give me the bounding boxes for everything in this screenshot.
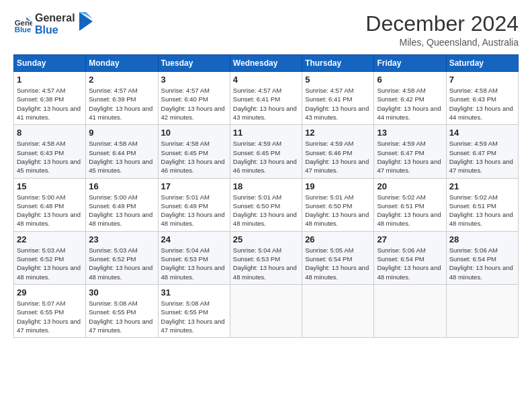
week-row-1: 1 Sunrise: 4:57 AM Sunset: 6:38 PM Dayli… — [14, 72, 519, 125]
calendar-cell: 15 Sunrise: 5:00 AM Sunset: 6:48 PM Dayl… — [14, 178, 86, 231]
day-number: 29 — [17, 287, 83, 298]
day-info: Sunrise: 5:03 AM Sunset: 6:52 PM Dayligh… — [89, 246, 154, 281]
day-number: 8 — [17, 128, 83, 138]
day-number: 7 — [449, 75, 515, 85]
day-number: 31 — [161, 287, 227, 298]
calendar-cell: 19 Sunrise: 5:01 AM Sunset: 6:50 PM Dayl… — [302, 178, 374, 231]
day-info: Sunrise: 4:59 AM Sunset: 6:46 PM Dayligh… — [305, 139, 371, 175]
calendar-cell: 1 Sunrise: 4:57 AM Sunset: 6:38 PM Dayli… — [14, 72, 86, 125]
svg-marker-4 — [79, 12, 93, 31]
day-info: Sunrise: 4:58 AM Sunset: 6:44 PM Dayligh… — [89, 139, 154, 175]
day-number: 17 — [161, 181, 227, 191]
day-number: 16 — [89, 181, 154, 191]
day-info: Sunrise: 5:00 AM Sunset: 6:49 PM Dayligh… — [89, 193, 154, 228]
calendar-cell: 16 Sunrise: 5:00 AM Sunset: 6:49 PM Dayl… — [86, 178, 158, 231]
day-number: 26 — [305, 234, 371, 244]
col-tuesday: Tuesday — [158, 55, 230, 72]
calendar-cell: 17 Sunrise: 5:01 AM Sunset: 6:49 PM Dayl… — [158, 178, 230, 231]
day-info: Sunrise: 5:08 AM Sunset: 6:55 PM Dayligh… — [89, 299, 154, 334]
day-info: Sunrise: 4:58 AM Sunset: 6:43 PM Dayligh… — [17, 139, 83, 175]
day-number: 20 — [377, 181, 443, 191]
calendar-cell: 21 Sunrise: 5:02 AM Sunset: 6:51 PM Dayl… — [446, 178, 518, 231]
day-number: 12 — [305, 128, 371, 138]
day-number: 28 — [449, 234, 515, 244]
week-row-2: 8 Sunrise: 4:58 AM Sunset: 6:43 PM Dayli… — [14, 125, 519, 178]
calendar-cell: 2 Sunrise: 4:57 AM Sunset: 6:39 PM Dayli… — [86, 72, 158, 125]
day-info: Sunrise: 5:07 AM Sunset: 6:55 PM Dayligh… — [17, 299, 83, 334]
day-info: Sunrise: 5:05 AM Sunset: 6:54 PM Dayligh… — [305, 246, 371, 281]
calendar-cell — [230, 284, 302, 337]
day-info: Sunrise: 4:59 AM Sunset: 6:47 PM Dayligh… — [377, 139, 443, 175]
day-number: 27 — [377, 234, 443, 244]
week-row-5: 29 Sunrise: 5:07 AM Sunset: 6:55 PM Dayl… — [14, 284, 519, 337]
calendar-header-row: Sunday Monday Tuesday Wednesday Thursday… — [14, 55, 519, 72]
calendar-cell: 11 Sunrise: 4:59 AM Sunset: 6:45 PM Dayl… — [230, 125, 302, 178]
calendar-cell: 4 Sunrise: 4:57 AM Sunset: 6:41 PM Dayli… — [230, 72, 302, 125]
day-info: Sunrise: 4:58 AM Sunset: 6:45 PM Dayligh… — [161, 139, 227, 175]
day-info: Sunrise: 5:08 AM Sunset: 6:55 PM Dayligh… — [161, 299, 227, 334]
day-info: Sunrise: 5:01 AM Sunset: 6:50 PM Dayligh… — [305, 193, 371, 228]
day-info: Sunrise: 5:01 AM Sunset: 6:49 PM Dayligh… — [161, 193, 227, 228]
page: General Blue General Blue December 2024 … — [0, 0, 532, 411]
week-row-3: 15 Sunrise: 5:00 AM Sunset: 6:48 PM Dayl… — [14, 178, 519, 231]
calendar-cell: 22 Sunrise: 5:03 AM Sunset: 6:52 PM Dayl… — [14, 231, 86, 284]
day-number: 2 — [89, 75, 154, 85]
day-info: Sunrise: 5:02 AM Sunset: 6:51 PM Dayligh… — [377, 193, 443, 228]
week-row-4: 22 Sunrise: 5:03 AM Sunset: 6:52 PM Dayl… — [14, 231, 519, 284]
calendar-table: Sunday Monday Tuesday Wednesday Thursday… — [13, 54, 519, 338]
day-info: Sunrise: 4:57 AM Sunset: 6:41 PM Dayligh… — [233, 86, 299, 122]
day-info: Sunrise: 4:59 AM Sunset: 6:47 PM Dayligh… — [449, 139, 515, 175]
day-info: Sunrise: 5:04 AM Sunset: 6:53 PM Dayligh… — [233, 246, 299, 281]
calendar-cell: 6 Sunrise: 4:58 AM Sunset: 6:42 PM Dayli… — [374, 72, 446, 125]
day-info: Sunrise: 4:58 AM Sunset: 6:42 PM Dayligh… — [377, 86, 443, 122]
day-info: Sunrise: 5:00 AM Sunset: 6:48 PM Dayligh… — [17, 193, 83, 228]
header: General Blue General Blue December 2024 … — [13, 12, 519, 48]
col-monday: Monday — [86, 55, 158, 72]
day-number: 1 — [17, 75, 83, 85]
day-number: 13 — [377, 128, 443, 138]
day-number: 14 — [449, 128, 515, 138]
day-number: 18 — [233, 181, 299, 191]
logo-general: General — [35, 12, 75, 24]
day-number: 4 — [233, 75, 299, 85]
col-sunday: Sunday — [14, 55, 86, 72]
calendar-cell: 20 Sunrise: 5:02 AM Sunset: 6:51 PM Dayl… — [374, 178, 446, 231]
col-wednesday: Wednesday — [230, 55, 302, 72]
calendar-cell: 18 Sunrise: 5:01 AM Sunset: 6:50 PM Dayl… — [230, 178, 302, 231]
day-number: 11 — [233, 128, 299, 138]
day-number: 30 — [89, 287, 154, 298]
calendar-cell — [302, 284, 374, 337]
day-number: 22 — [17, 234, 83, 244]
svg-text:Blue: Blue — [15, 26, 32, 34]
day-number: 24 — [161, 234, 227, 244]
day-info: Sunrise: 5:02 AM Sunset: 6:51 PM Dayligh… — [449, 193, 515, 228]
day-number: 9 — [89, 128, 154, 138]
logo-icon: General Blue — [13, 15, 32, 34]
day-info: Sunrise: 5:06 AM Sunset: 6:54 PM Dayligh… — [449, 246, 515, 281]
day-info: Sunrise: 4:57 AM Sunset: 6:40 PM Dayligh… — [161, 86, 227, 122]
calendar-cell: 3 Sunrise: 4:57 AM Sunset: 6:40 PM Dayli… — [158, 72, 230, 125]
col-thursday: Thursday — [302, 55, 374, 72]
main-title: December 2024 — [365, 12, 519, 36]
day-number: 25 — [233, 234, 299, 244]
calendar-cell: 25 Sunrise: 5:04 AM Sunset: 6:53 PM Dayl… — [230, 231, 302, 284]
calendar-cell: 26 Sunrise: 5:05 AM Sunset: 6:54 PM Dayl… — [302, 231, 374, 284]
calendar-cell — [446, 284, 518, 337]
day-info: Sunrise: 5:01 AM Sunset: 6:50 PM Dayligh… — [233, 193, 299, 228]
calendar-cell: 13 Sunrise: 4:59 AM Sunset: 6:47 PM Dayl… — [374, 125, 446, 178]
calendar-cell: 29 Sunrise: 5:07 AM Sunset: 6:55 PM Dayl… — [14, 284, 86, 337]
day-number: 10 — [161, 128, 227, 138]
calendar-cell: 10 Sunrise: 4:58 AM Sunset: 6:45 PM Dayl… — [158, 125, 230, 178]
col-friday: Friday — [374, 55, 446, 72]
day-info: Sunrise: 5:03 AM Sunset: 6:52 PM Dayligh… — [17, 246, 83, 281]
day-info: Sunrise: 4:57 AM Sunset: 6:39 PM Dayligh… — [89, 86, 154, 122]
day-number: 3 — [161, 75, 227, 85]
day-number: 21 — [449, 181, 515, 191]
calendar-cell: 24 Sunrise: 5:04 AM Sunset: 6:53 PM Dayl… — [158, 231, 230, 284]
logo: General Blue General Blue — [13, 12, 93, 37]
calendar-cell: 14 Sunrise: 4:59 AM Sunset: 6:47 PM Dayl… — [446, 125, 518, 178]
calendar-cell: 30 Sunrise: 5:08 AM Sunset: 6:55 PM Dayl… — [86, 284, 158, 337]
day-number: 23 — [89, 234, 154, 244]
logo-triangle-icon — [79, 12, 93, 31]
day-info: Sunrise: 4:58 AM Sunset: 6:43 PM Dayligh… — [449, 86, 515, 122]
